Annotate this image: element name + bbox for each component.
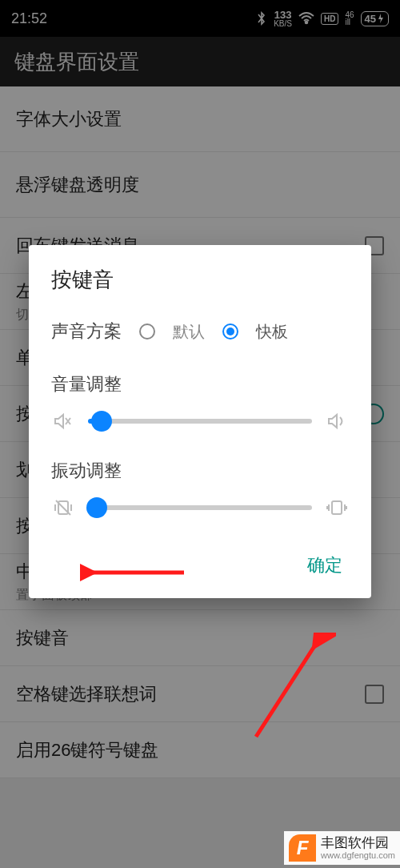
volume-slider-row xyxy=(29,404,371,436)
vibrate-mute-icon xyxy=(51,497,75,518)
svg-rect-2 xyxy=(332,501,342,514)
radio-default-label: 默认 xyxy=(173,321,205,343)
volume-label: 音量调整 xyxy=(29,350,371,404)
key-sound-dialog: 按键音 声音方案 默认 快板 音量调整 振动调整 xyxy=(29,245,371,598)
speaker-icon xyxy=(325,411,349,432)
radio-group: 默认 快板 xyxy=(133,321,288,343)
volume-mute-icon xyxy=(51,411,75,432)
vibration-label: 振动调整 xyxy=(29,436,371,491)
watermark-name: 丰图软件园 xyxy=(321,836,395,851)
radio-kuaiban[interactable] xyxy=(222,323,238,340)
watermark: F 丰图软件园 www.dgfengtu.com xyxy=(284,831,400,865)
sound-scheme-row: 声音方案 默认 快板 xyxy=(29,308,371,350)
ok-button[interactable]: 确定 xyxy=(296,547,354,584)
dialog-actions: 确定 xyxy=(29,523,371,598)
radio-default[interactable] xyxy=(139,323,155,340)
vibration-slider[interactable] xyxy=(88,505,312,510)
watermark-logo: F xyxy=(289,834,316,862)
watermark-text: 丰图软件园 www.dgfengtu.com xyxy=(321,836,395,861)
watermark-url: www.dgfengtu.com xyxy=(321,850,395,860)
slider-thumb[interactable] xyxy=(86,497,107,518)
sound-scheme-label: 声音方案 xyxy=(51,319,122,344)
radio-kuaiban-label: 快板 xyxy=(256,321,288,343)
volume-slider[interactable] xyxy=(88,419,312,424)
slider-thumb[interactable] xyxy=(91,411,112,432)
vibrate-icon xyxy=(325,497,349,518)
dialog-title: 按键音 xyxy=(29,245,371,308)
vibration-slider-row xyxy=(29,491,371,523)
